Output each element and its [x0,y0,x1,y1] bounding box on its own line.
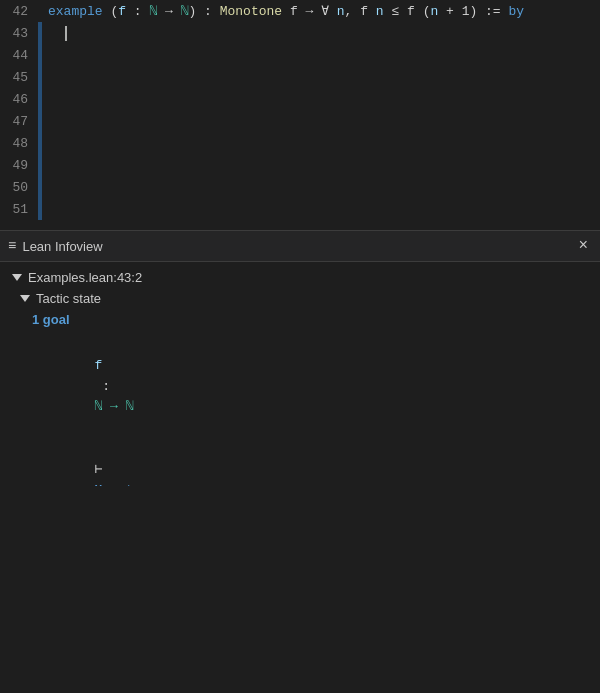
lean-panel-title: Lean Infoview [22,239,574,254]
tactic-state-label: Tactic state [36,291,101,306]
line-number-47: 47 [0,114,38,129]
code-line-45: 45 [0,66,600,88]
line-gutter-46 [38,88,42,110]
goal-count: 1 goal [32,312,588,327]
lean-infoview-panel: ≡ Lean Infoview × Examples.lean:43:2 Tac… [0,230,600,693]
code-nat2: ℕ [181,3,189,19]
code-line-49: 49 [0,154,600,176]
turnstile: ⊢ [94,462,110,477]
code-var-f: f [118,4,126,19]
code-line-43: 43 [0,22,600,44]
collapse-icon [12,274,22,281]
code-n3: n [430,4,438,19]
code-line-42: 42 example ( f : ℕ → ℕ ) : Monotone f → … [0,0,600,22]
lean-panel-content: Examples.lean:43:2 Tactic state 1 goal f… [0,262,600,486]
tactic-state-header[interactable]: Tactic state [20,291,588,306]
line-gutter-51 [38,198,42,220]
hypothesis-line: f : ℕ → ℕ [32,335,588,439]
code-plus: + 1) := [438,4,508,19]
code-lines: 42 example ( f : ℕ → ℕ ) : Monotone f → … [0,0,600,230]
line-number-48: 48 [0,136,38,151]
location-text: Examples.lean:43:2 [28,270,142,285]
code-nat1: ℕ [149,3,157,19]
code-arrow1: → [157,4,180,19]
hyp-var-f: f [94,358,102,373]
code-line-46: 46 [0,88,600,110]
code-comma: , f [345,4,376,19]
line-gutter-48 [38,132,42,154]
code-line-48: 48 [0,132,600,154]
line-number-43: 43 [0,26,38,41]
code-n: n [337,4,345,19]
line-number-42: 42 [0,4,38,19]
line-gutter-49 [38,154,42,176]
line-gutter-50 [38,176,42,198]
code-line-51: 51 [0,198,600,220]
code-leq: ≤ f ( [384,4,431,19]
line-content-43 [42,26,67,41]
lean-panel-header: ≡ Lean Infoview × [0,231,600,262]
indent-space [48,26,64,41]
hyp-type: ℕ → ℕ [94,399,133,414]
line-number-49: 49 [0,158,38,173]
line-gutter-47 [38,110,42,132]
code-line-44: 44 [0,44,600,66]
line-gutter-45 [38,66,42,88]
code-rparen: ) : [189,4,220,19]
line-number-46: 46 [0,92,38,107]
close-button[interactable]: × [574,235,592,257]
code-monotone: Monotone [220,4,282,19]
line-number-51: 51 [0,202,38,217]
keyword-example: example [48,4,103,19]
hypothesis-block: f : ℕ → ℕ ⊢ Monotone f → ∀ (n : ℕ ), f n… [32,335,588,486]
hyp-colon: : [94,379,117,394]
info-location[interactable]: Examples.lean:43:2 [12,270,588,285]
text-cursor [65,26,67,41]
goal-line: ⊢ Monotone f → ∀ (n : ℕ ), f n ≤ f (n + … [32,439,588,486]
tactic-state-collapse-icon [20,295,30,302]
code-paren: ( [103,4,119,19]
code-f2: f → ∀ [282,3,337,19]
line-content-42: example ( f : ℕ → ℕ ) : Monotone f → ∀ n… [42,3,524,19]
code-editor[interactable]: 42 example ( f : ℕ → ℕ ) : Monotone f → … [0,0,600,230]
code-colon: : [126,4,149,19]
bottom-area [0,486,600,694]
line-number-50: 50 [0,180,38,195]
code-n2: n [376,4,384,19]
code-line-47: 47 [0,110,600,132]
code-by: by [508,4,524,19]
code-line-50: 50 [0,176,600,198]
line-number-44: 44 [0,48,38,63]
menu-icon: ≡ [8,238,16,254]
line-number-45: 45 [0,70,38,85]
line-gutter-44 [38,44,42,66]
